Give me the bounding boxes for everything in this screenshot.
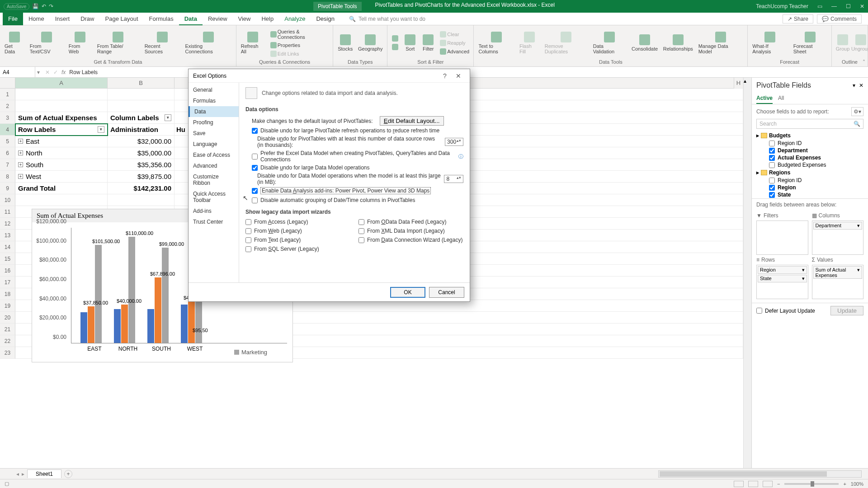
cell[interactable]: $39,875.00	[108, 171, 175, 183]
options-nav-item[interactable]: Save	[189, 128, 239, 139]
pt-rows-threshold-spinner[interactable]: 300▴▾	[445, 138, 463, 146]
field-chip[interactable]: Sum of Actual Expenses▾	[813, 266, 863, 279]
prev-sheet-icon[interactable]: ◂	[16, 471, 19, 477]
options-nav-item[interactable]: Formulas	[189, 95, 239, 106]
enter-formula-icon[interactable]: ✓	[53, 69, 58, 75]
chart-bar[interactable]	[121, 305, 128, 343]
zoom-slider[interactable]	[784, 483, 839, 485]
field-label[interactable]: Region	[778, 184, 796, 191]
row-header[interactable]: 2	[0, 100, 15, 112]
dialog-cancel-button[interactable]: Cancel	[429, 287, 464, 298]
expand-icon[interactable]: +	[18, 139, 23, 144]
field-label[interactable]: Region ID	[778, 140, 802, 146]
chart-bar[interactable]	[128, 237, 135, 343]
pane-layout-icon[interactable]: ⚙▾	[851, 107, 863, 116]
select-all-corner[interactable]	[0, 78, 15, 89]
cell[interactable]: $35,000.00	[108, 147, 175, 159]
field-checkbox[interactable]	[769, 192, 775, 198]
cell[interactable]: Administration	[108, 124, 175, 136]
field-checkbox[interactable]	[769, 162, 775, 168]
refresh-all-button[interactable]: Refresh All	[239, 31, 267, 55]
chevron-down-icon[interactable]: ▾	[857, 267, 860, 278]
share-button[interactable]: ↗Share	[783, 14, 813, 23]
geography-button[interactable]: Geography	[356, 33, 384, 52]
formula-input[interactable]: Row Labels	[69, 69, 98, 75]
options-nav-item[interactable]: Trust Center	[189, 216, 239, 227]
recent-sources-button[interactable]: Recent Sources	[143, 31, 182, 55]
filters-drop-area[interactable]	[756, 221, 808, 255]
options-nav-item[interactable]: Advanced	[189, 160, 239, 171]
cell[interactable]: Row Labels▾	[15, 124, 108, 136]
chart-bar[interactable]	[188, 301, 195, 343]
rows-drop-area[interactable]: Region▾State▾	[756, 265, 808, 299]
field-search-input[interactable]: Search 🔍	[756, 119, 863, 129]
field-checkbox[interactable]	[769, 148, 775, 154]
info-icon[interactable]: ⓘ	[458, 153, 463, 160]
relationships-button[interactable]: Relationships	[661, 33, 695, 52]
tab-file[interactable]: File	[3, 13, 23, 25]
cell[interactable]: Column Labels▾	[108, 112, 175, 124]
tab-data[interactable]: Data	[179, 13, 203, 25]
horizontal-scrollbar[interactable]	[658, 470, 862, 478]
stocks-button[interactable]: Stocks	[336, 33, 354, 52]
disable-undo-pt-checkbox[interactable]	[252, 128, 258, 134]
data-validation-button[interactable]: Data Validation	[591, 31, 628, 55]
pane-tab-active[interactable]: Active	[756, 93, 773, 104]
cell[interactable]	[15, 100, 108, 112]
cell[interactable]	[15, 194, 108, 206]
field-table-node[interactable]: ▸Regions	[756, 169, 863, 177]
vertical-scrollbar[interactable]	[743, 89, 751, 468]
tab-design[interactable]: Design	[311, 13, 340, 25]
page-layout-view-icon[interactable]	[748, 481, 758, 487]
row-header[interactable]: 17	[0, 277, 15, 288]
row-header[interactable]: 21	[0, 324, 15, 335]
dialog-help-icon[interactable]: ?	[438, 72, 452, 80]
cell[interactable]: +North	[15, 147, 108, 159]
manage-data-model-button[interactable]: Manage Data Model	[697, 31, 745, 55]
field-label[interactable]: State	[778, 192, 791, 198]
sort-asc-icon[interactable]	[390, 34, 400, 42]
row-header[interactable]: 16	[0, 265, 15, 277]
row-header[interactable]: 10	[0, 194, 15, 206]
advanced-filter-button[interactable]: Advanced	[438, 47, 471, 56]
chevron-down-icon[interactable]: ▾	[802, 276, 805, 282]
row-header[interactable]: 4	[0, 124, 15, 136]
pane-close-icon[interactable]: ✕	[859, 82, 863, 89]
page-break-view-icon[interactable]	[763, 481, 773, 487]
tab-formulas[interactable]: Formulas	[144, 13, 179, 25]
options-nav-item[interactable]: Ease of Access	[189, 150, 239, 160]
options-nav-item[interactable]: Language	[189, 139, 239, 150]
enable-data-analysis-addins-checkbox[interactable]	[252, 188, 258, 194]
pane-menu-icon[interactable]: ▾	[853, 82, 855, 89]
dialog-ok-button[interactable]: OK	[390, 287, 425, 298]
cell[interactable]: $32,000.00	[108, 136, 175, 147]
row-header[interactable]: 3	[0, 112, 15, 124]
row-header[interactable]: 6	[0, 147, 15, 159]
legacy-odata-checkbox[interactable]	[359, 219, 364, 225]
row-header[interactable]: 15	[0, 253, 15, 265]
dialog-close-icon[interactable]: ✕	[452, 72, 465, 80]
cell[interactable]: $35,356.00	[108, 159, 175, 171]
name-box-dropdown-icon[interactable]: ▾	[35, 69, 42, 75]
legacy-web-checkbox[interactable]	[245, 228, 251, 234]
row-header[interactable]: 13	[0, 230, 15, 241]
sort-desc-icon[interactable]	[390, 43, 400, 51]
chart-bar[interactable]	[155, 277, 161, 343]
from-csv-button[interactable]: From Text/CSV	[28, 31, 65, 55]
cell[interactable]: +South	[15, 159, 108, 171]
cell[interactable]: +East	[15, 136, 108, 147]
defer-update-checkbox[interactable]	[756, 308, 762, 314]
next-sheet-icon[interactable]: ▸	[22, 471, 24, 477]
options-nav-item[interactable]: Data	[189, 106, 239, 117]
field-table-node[interactable]: ▸Budgets	[756, 131, 863, 140]
col-header-partial[interactable]: H	[734, 78, 743, 89]
filter-button[interactable]: Filter	[420, 33, 436, 52]
vscroll-top[interactable]: ▴	[743, 78, 751, 89]
chart-bar[interactable]	[114, 309, 121, 343]
expand-icon[interactable]: +	[18, 174, 23, 179]
consolidate-button[interactable]: Consolidate	[630, 33, 660, 52]
cell[interactable]	[108, 89, 175, 100]
row-header[interactable]: 14	[0, 241, 15, 253]
cancel-formula-icon[interactable]: ✕	[45, 69, 50, 75]
chart-bar[interactable]	[162, 248, 169, 343]
